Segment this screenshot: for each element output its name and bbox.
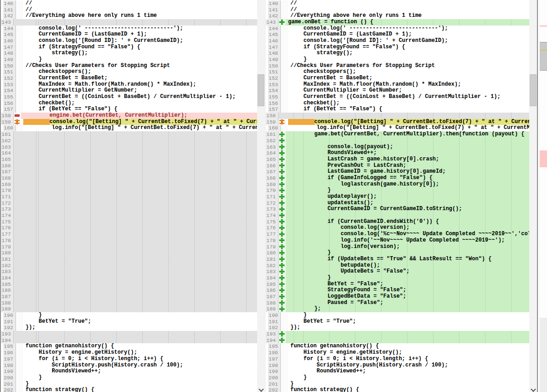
code-text[interactable]: console.log('[Round ID]: ' + CurrentGame… [288,38,529,44]
code-text[interactable]: ScriptHistory.push(History.crash / 100); [288,362,529,369]
code-text[interactable]: engine.bet(CurrentBet, CurrentMultiplier… [21,113,257,119]
code-row[interactable]: 195function getnanohistory() { [1,343,257,350]
code-text[interactable] [286,212,529,219]
code-text[interactable]: if (StrategyFound == "False") { [288,44,529,51]
code-text[interactable] [21,169,257,175]
code-row[interactable]: 194 [266,337,529,344]
code-text[interactable]: CurrentBet = BaseBet; [288,75,529,82]
code-row[interactable]: 168 [1,175,257,181]
code-row[interactable]: 161 [1,131,257,138]
code-text[interactable]: for (i = 0; i < History.length; i++) { [288,356,529,362]
code-text[interactable]: // [288,0,529,7]
code-row[interactable]: 196 History = engine.getHistory(); [266,350,529,356]
code-row[interactable]: 152 CurrentBet = BaseBet; [266,75,529,82]
code-row[interactable]: 163 console.log(payout); [266,144,529,150]
left-vertical-scrollbar[interactable] [257,0,265,392]
code-text[interactable]: CurrentBet = ((CoinLost + BaseBet) / Cur… [288,94,529,100]
code-row[interactable]: 191 BetYet = "True"; [1,319,257,325]
code-text[interactable] [21,156,257,163]
code-row[interactable]: 141// [1,7,257,13]
code-text[interactable]: log.info("[Betting] " + CurrentBet.toFix… [288,125,529,131]
code-row[interactable]: 140// [266,0,529,7]
code-row[interactable]: 168 if (GameInfoLogged == "False") { [266,175,529,181]
code-row[interactable]: 157 if (BetYet == "False") { [1,106,257,113]
code-text[interactable] [21,300,257,306]
code-text[interactable]: LoggedBetData = "False"; [286,294,529,300]
code-row[interactable]: 197 for (i = 0; i < History.length; i++)… [1,356,257,362]
code-row[interactable]: 170 } [266,187,529,194]
code-row[interactable]: 192}); [1,325,257,331]
code-row[interactable]: 165 LastCrash = game.history[0].crash; [266,156,529,163]
code-row[interactable]: 198 ScriptHistory.push(History.crash / 1… [266,362,529,369]
code-row[interactable]: 146 console.log('[Round ID]: ' + Current… [266,38,529,44]
code-text[interactable]: game.onBet = function () { [286,19,529,26]
code-row[interactable]: 187 LoggedBetData = "False"; [266,294,529,300]
code-text[interactable]: //Checks User Parameters for Stopping Sc… [23,63,257,69]
code-text[interactable]: LastCrash = game.history[0].crash; [286,156,529,163]
code-text[interactable]: CurrentBet = ((CoinLost + BaseBet) / Cur… [23,94,257,100]
code-row[interactable]: 162 [1,138,257,144]
code-row[interactable]: 196 History = engine.getHistory(); [1,350,257,356]
code-text[interactable]: log.info("[Betting] " + CurrentBet.toFix… [23,125,257,131]
code-row[interactable]: 154 CurrentMultiplier = GetNumber; [1,88,257,94]
code-row[interactable]: 191 BetYet = "True"; [266,319,529,325]
code-row[interactable]: 183 UpdateBets = "False"; [266,268,529,275]
code-text[interactable]: } [286,187,529,194]
code-row[interactable]: 199 RoundsViewed++; [1,368,257,375]
code-row[interactable]: 193 [266,331,529,337]
code-row[interactable]: 174 [266,212,529,219]
code-text[interactable]: console.log(' --------------------------… [23,26,257,32]
code-row[interactable]: 150//Checks User Parameters for Stopping… [1,63,257,69]
code-text[interactable]: CurrentMultiplier = GetNumber; [288,88,529,94]
code-text[interactable] [21,194,257,200]
code-row[interactable]: 181 if (UpdateBets == "True" && LastResu… [266,256,529,263]
code-row[interactable]: 181 [1,256,257,263]
code-text[interactable] [21,231,257,237]
code-text[interactable] [21,287,257,294]
code-row[interactable]: 166 [1,163,257,169]
code-text[interactable]: console.log(payout); [286,144,529,150]
code-text[interactable]: if (CurrentGameID.endsWith('0')) { [286,219,529,225]
code-text[interactable]: MaxIndex = Math.floor(Math.random() * Ma… [23,82,257,88]
code-text[interactable] [21,275,257,281]
code-row[interactable]: 145 CurrentGameID = (LastGameID + 1); [1,31,257,38]
code-text[interactable] [21,187,257,194]
code-text[interactable]: log.info('~~Nov~~~~ Update Completed ~~~… [286,237,529,244]
code-row[interactable]: 151 checkstoppers(); [266,69,529,75]
code-text[interactable]: log.info(version); [286,244,529,250]
code-row[interactable]: 167 [1,169,257,175]
code-row[interactable]: 193 [1,331,257,337]
code-text[interactable]: ScriptHistory.push(History.crash / 100); [23,362,257,369]
code-text[interactable]: }); [288,325,529,331]
code-text[interactable]: strategy(); [23,50,257,57]
code-text[interactable]: RoundsViewed++; [286,150,529,156]
code-row[interactable]: 202function strategy() { [266,387,529,392]
code-text[interactable]: } [286,250,529,256]
code-text[interactable]: console.log('[Round ID]: ' + CurrentGame… [23,38,257,44]
code-row[interactable]: 146 console.log('[Round ID]: ' + Current… [1,38,257,44]
code-row[interactable]: 188 Paused = "False"; [266,300,529,306]
code-row[interactable]: 175 [1,219,257,225]
code-row[interactable]: 149 } [266,57,529,63]
right-scrollbar-down-button[interactable] [529,386,537,392]
code-text[interactable]: } [288,57,529,63]
code-text[interactable]: } [23,57,257,63]
code-row[interactable]: 201} [1,381,257,387]
code-text[interactable]: } [23,381,257,387]
code-text[interactable] [286,331,529,337]
code-text[interactable]: UpdateBets = "False"; [286,268,529,275]
code-row[interactable]: 177 [1,231,257,237]
code-text[interactable]: } [286,275,529,281]
code-row[interactable]: 163 [1,144,257,150]
code-text[interactable]: function getnanohistory() { [23,343,257,350]
code-row[interactable]: 178 [1,237,257,244]
code-text[interactable] [21,244,257,250]
code-text[interactable]: updatestats(); [286,200,529,206]
code-row[interactable]: 186 StrategyFound = "False"; [266,287,529,294]
left-scrollbar-down-button[interactable] [257,386,265,392]
code-row[interactable]: 186 [1,287,257,294]
code-row[interactable]: 160 log.info("[Betting] " + CurrentBet.t… [1,125,257,131]
code-text[interactable]: checkbet(); [288,100,529,107]
code-row[interactable]: 147 if (StrategyFound == "False") { [266,44,529,51]
code-row[interactable]: 158 engine.bet(CurrentBet, CurrentMultip… [1,113,257,119]
